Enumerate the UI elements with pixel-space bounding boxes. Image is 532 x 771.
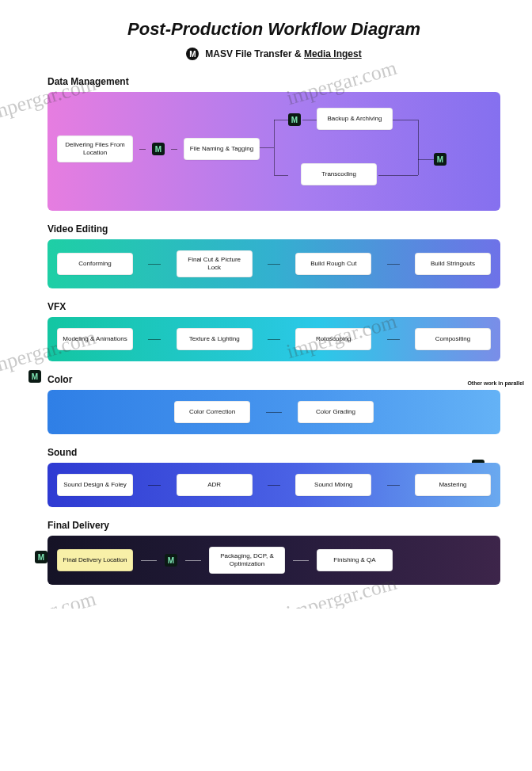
node-deliver-files: Delivering Files From Location: [57, 135, 133, 162]
masv-icon: M: [35, 551, 48, 563]
node-conforming: Conforming: [57, 253, 133, 275]
connector: [393, 120, 418, 120]
connector: [141, 560, 157, 561]
subtitle: MASV File Transfer & Media Ingest: [205, 48, 361, 59]
subtitle-row: M MASV File Transfer & Media Ingest: [48, 48, 500, 60]
node-modeling: Modeling & Animations: [57, 328, 133, 350]
masv-icon: M: [288, 113, 301, 126]
stage-final-delivery: Final Delivery Location M Packaging, DCP…: [48, 536, 500, 585]
connector: [274, 120, 288, 120]
connector: [268, 485, 280, 486]
connector: [378, 175, 418, 176]
node-backup: Backup & Archiving: [317, 108, 393, 130]
node-transcode: Transcoding: [301, 163, 377, 185]
node-adr: ADR: [177, 474, 253, 496]
node-final-location: Final Delivery Location: [57, 549, 133, 571]
stage-sound: Sound Design & Foley ADR Sound Mixing Ma…: [48, 463, 500, 507]
connector: [139, 149, 146, 150]
connector: [148, 264, 161, 265]
node-rough-cut: Build Rough Cut: [295, 253, 371, 275]
section-label-final: Final Delivery: [48, 520, 500, 531]
node-texture: Texture & Lighting: [177, 328, 253, 350]
watermark: impergar.com: [0, 587, 99, 609]
node-rotoscoping: Rotoscoping: [295, 328, 371, 350]
section-label-video: Video Editing: [48, 223, 500, 235]
section-label-data: Data Management: [48, 76, 500, 87]
node-compositing: Compositing: [415, 328, 491, 350]
connector: [387, 485, 400, 486]
node-color-correction: Color Correction: [174, 401, 250, 423]
section-label-vfx: VFX: [48, 301, 500, 312]
masv-icon: M: [28, 370, 41, 383]
stage-video-editing: Conforming Final Cut & Picture Lock Buil…: [48, 239, 500, 288]
subtitle-underline: Media Ingest: [304, 48, 362, 59]
connector: [274, 175, 288, 176]
node-stringouts: Build Stringouts: [415, 253, 491, 275]
node-file-naming: File Naming & Tagging: [184, 138, 260, 160]
node-color-grading: Color Grading: [298, 401, 374, 423]
connector: [268, 264, 280, 265]
node-sound-mixing: Sound Mixing: [295, 474, 371, 496]
node-sound-design: Sound Design & Foley: [57, 474, 133, 496]
connector: [418, 159, 434, 160]
connector: [148, 339, 161, 340]
connector: [171, 149, 177, 150]
connector: [302, 120, 317, 120]
connector: [274, 120, 275, 175]
connector: [418, 120, 419, 175]
connector: [387, 339, 400, 340]
connector: [293, 560, 309, 561]
workflow-diagram: Post-Production Workflow Diagram M MASV …: [0, 0, 532, 609]
connector: [266, 412, 282, 413]
connector: [185, 560, 201, 561]
section-label-sound: Sound: [48, 447, 500, 458]
masv-icon: M: [434, 153, 446, 166]
stage-data-management: Delivering Files From Location M File Na…: [48, 92, 500, 211]
connector: [268, 339, 280, 340]
section-label-color: Color: [48, 374, 500, 385]
stage-vfx: Modeling & Animations Texture & Lighting…: [48, 317, 500, 361]
connector: [260, 147, 274, 148]
node-finishing-qa: Finishing & QA: [317, 549, 393, 571]
node-mastering: Mastering: [415, 474, 491, 496]
stage-color: Color Correction Color Grading: [48, 390, 500, 434]
connector: [387, 264, 400, 265]
masv-icon: M: [165, 554, 177, 567]
subtitle-prefix: MASV File Transfer &: [205, 48, 304, 59]
side-note: Other work in parallel: [467, 380, 524, 386]
page-title: Post-Production Workflow Diagram: [48, 19, 500, 40]
connector: [148, 485, 161, 486]
masv-icon: M: [152, 143, 165, 155]
node-packaging: Packaging, DCP, & Optimization: [209, 547, 285, 574]
node-picture-lock: Final Cut & Picture Lock: [177, 250, 253, 277]
masv-logo-icon: M: [186, 48, 199, 60]
